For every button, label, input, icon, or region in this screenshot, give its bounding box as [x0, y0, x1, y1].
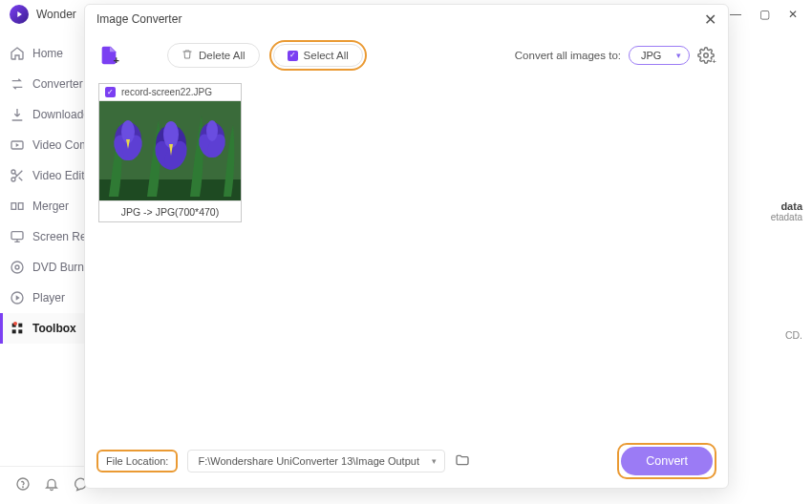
sidebar-item-label: DVD Burner	[32, 261, 86, 274]
svg-rect-5	[11, 232, 23, 240]
bell-icon[interactable]	[44, 476, 59, 494]
converter-icon	[10, 76, 25, 92]
delete-all-button[interactable]: Delete All	[167, 43, 260, 68]
highlight-convert: Convert	[617, 443, 716, 479]
dialog-header: Image Converter ✕	[85, 5, 728, 33]
bg-card-text: CD.	[736, 329, 802, 341]
window-close-button[interactable]: ✕	[785, 7, 801, 22]
checkbox-icon	[288, 51, 298, 61]
sidebar-item-label: Video Editor	[32, 169, 86, 182]
svg-text:+: +	[114, 54, 119, 66]
sidebar-item-label: Screen Recorder	[32, 230, 86, 243]
thumb-conversion-label: JPG -> JPG(700*470)	[99, 200, 241, 221]
screen-icon	[10, 229, 25, 244]
convert-label: Convert	[646, 454, 688, 468]
window-minimize-button[interactable]: —	[728, 7, 743, 22]
svg-rect-10	[18, 324, 22, 327]
select-all-button[interactable]: Select All	[273, 44, 363, 67]
sidebar-item-label: Downloader	[32, 108, 86, 121]
image-converter-dialog: Image Converter ✕ + Delete All Select Al…	[84, 4, 729, 489]
dialog-footer: File Location: F:\Wondershare UniConvert…	[85, 434, 728, 488]
sidebar-item-label: Toolbox	[32, 322, 76, 335]
sidebar-item-toolbox[interactable]: Toolbox	[0, 313, 86, 344]
help-icon[interactable]	[15, 476, 31, 494]
add-image-button[interactable]: +	[98, 45, 119, 66]
file-location-label: File Location:	[96, 450, 178, 472]
svg-rect-4	[18, 203, 23, 210]
file-location-select[interactable]: F:\Wondershare UniConverter 13\Image Out…	[187, 450, 445, 472]
svg-point-6	[11, 262, 23, 273]
svg-rect-11	[12, 329, 16, 333]
thumb-filename: record-screen22.JPG	[121, 87, 212, 97]
dialog-title: Image Converter	[96, 12, 182, 26]
chevron-down-icon: ▾	[676, 51, 681, 60]
open-folder-button[interactable]	[455, 452, 472, 470]
app-logo	[10, 5, 29, 24]
convert-button[interactable]: Convert	[621, 447, 713, 475]
sidebar-item-label: Converter	[32, 77, 83, 91]
thumb-checkbox[interactable]	[105, 87, 116, 97]
svg-point-1	[11, 170, 15, 174]
thumb-image	[99, 101, 241, 200]
convert-to-group: Convert all images to: JPG ▾ +	[515, 46, 715, 65]
image-thumb[interactable]: record-screen22.JPG JPG -> JPG(700*470)	[98, 83, 242, 222]
sidebar-item-label: Merger	[32, 200, 69, 213]
merger-icon	[10, 199, 25, 214]
sidebar-item-dvd-burner[interactable]: DVD Burner	[0, 252, 86, 283]
svg-point-2	[11, 178, 15, 181]
chevron-down-icon: ▾	[432, 456, 437, 466]
thumb-header: record-screen22.JPG	[99, 84, 241, 101]
sidebar-item-downloader[interactable]: Downloader	[0, 99, 86, 130]
svg-point-7	[15, 265, 19, 269]
home-icon	[10, 46, 25, 61]
sidebar-item-label: Home	[32, 47, 63, 60]
file-location-path: F:\Wondershare UniConverter 13\Image Out…	[198, 455, 419, 467]
sidebar-item-home[interactable]: Home	[0, 38, 86, 69]
dialog-close-button[interactable]: ✕	[704, 10, 716, 29]
dialog-toolbar: + Delete All Select All Convert all imag…	[85, 33, 728, 77]
sidebar: Home Converter Downloader Video Compress…	[0, 38, 86, 464]
format-value: JPG	[641, 50, 661, 61]
download-icon	[10, 107, 25, 122]
format-select[interactable]: JPG ▾	[629, 46, 690, 65]
svg-rect-18	[99, 179, 241, 200]
settings-button[interactable]: +	[697, 47, 715, 64]
dvd-icon	[10, 260, 25, 275]
toolbox-icon	[10, 321, 25, 336]
select-all-label: Select All	[304, 50, 349, 61]
svg-rect-3	[11, 203, 16, 210]
compress-icon	[10, 137, 25, 153]
scissors-icon	[10, 168, 25, 183]
sidebar-item-screen-recorder[interactable]: Screen Recorder	[0, 221, 86, 252]
highlight-select-all: Select All	[269, 40, 367, 71]
svg-point-16	[704, 53, 709, 58]
sidebar-item-video-compressor[interactable]: Video Compressor	[0, 130, 86, 160]
sidebar-item-label: Player	[32, 291, 65, 304]
delete-all-label: Delete All	[199, 50, 246, 61]
trash-icon	[182, 49, 193, 62]
sidebar-item-merger[interactable]: Merger	[0, 191, 86, 221]
convert-to-label: Convert all images to:	[515, 50, 621, 61]
bottom-bar	[0, 466, 86, 504]
sidebar-item-converter[interactable]: Converter	[0, 69, 86, 99]
window-maximize-button[interactable]: ▢	[757, 7, 772, 22]
dialog-content: record-screen22.JPG JPG -> JPG(700*470)	[85, 77, 728, 434]
sidebar-item-player[interactable]: Player	[0, 283, 86, 313]
sidebar-item-video-editor[interactable]: Video Editor	[0, 160, 86, 191]
svg-point-30	[206, 120, 218, 141]
app-title: Wonder	[36, 8, 76, 21]
svg-rect-12	[18, 329, 22, 333]
bg-card-title: data etadata	[736, 200, 802, 222]
play-icon	[10, 290, 25, 305]
svg-point-14	[23, 487, 24, 488]
sidebar-item-label: Video Compressor	[32, 138, 86, 152]
svg-point-26	[163, 121, 179, 148]
